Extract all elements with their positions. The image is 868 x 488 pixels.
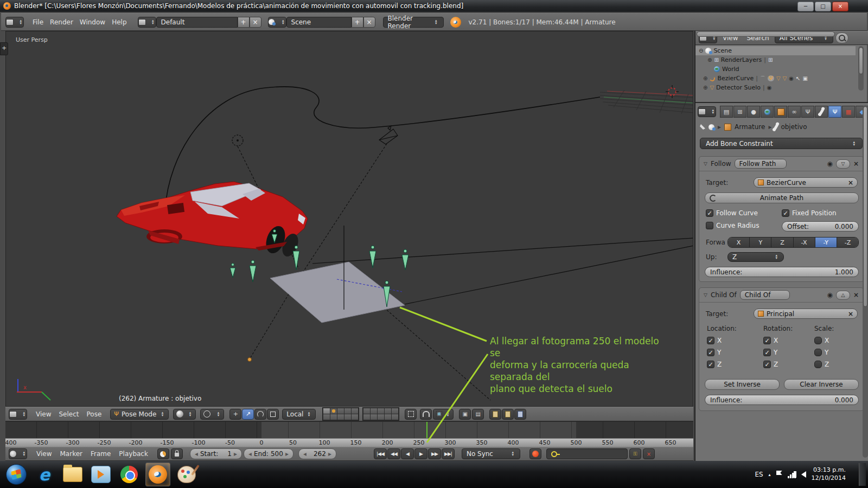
viewport-shading-select[interactable]: ▴▾ bbox=[173, 409, 196, 420]
insert-keyframe-button[interactable]: ⚿ bbox=[629, 448, 641, 459]
delete-scene-button[interactable]: × bbox=[363, 17, 375, 28]
close-button[interactable]: × bbox=[832, 2, 848, 11]
internet-explorer-icon[interactable]: e bbox=[33, 463, 56, 486]
clock[interactable]: 03:13 p.m. 12/10/2014 bbox=[812, 466, 846, 483]
preview-range-clock-button[interactable] bbox=[157, 448, 169, 459]
layer-toggle[interactable] bbox=[344, 408, 351, 414]
manipulator-scale-button[interactable] bbox=[267, 409, 279, 420]
childof-rot-x-checkbox[interactable]: ✓X bbox=[763, 337, 778, 344]
renderlayer-link-icon[interactable]: ⊞ bbox=[768, 57, 773, 63]
next-keyframe-button[interactable]: ▶▶ bbox=[428, 448, 441, 459]
outliner-row-detector-suelo[interactable]: ⊕ ▽ Detector Suelo | ◉ bbox=[695, 83, 856, 92]
empty-object[interactable] bbox=[232, 135, 243, 146]
screen-layout-icon-button[interactable]: ▴▾ bbox=[138, 17, 156, 28]
menu-help[interactable]: Help bbox=[108, 18, 130, 26]
layer-toggle[interactable] bbox=[385, 414, 391, 420]
outliner-row-renderlayers[interactable]: ⊕ ⊞ RenderLayers | ⊞ bbox=[695, 55, 856, 65]
tab-world[interactable] bbox=[761, 106, 774, 118]
restrict-icon-a[interactable]: ▽ bbox=[776, 75, 781, 81]
forward-axis-x[interactable]: X bbox=[728, 237, 750, 247]
follow-curve-checkbox[interactable]: ✓ Follow Curve bbox=[706, 209, 758, 217]
car-mesh[interactable] bbox=[117, 182, 308, 259]
3d-viewport[interactable]: x User Persp (262) Armature : objetivo A… bbox=[5, 31, 693, 407]
lock-range-button[interactable] bbox=[171, 448, 183, 459]
layer-toggle[interactable] bbox=[337, 408, 344, 414]
layer-toggle[interactable] bbox=[378, 414, 384, 420]
forward-axis-neg-y[interactable]: -Y bbox=[815, 237, 837, 247]
clear-inverse-button[interactable]: Clear Inverse bbox=[784, 379, 859, 390]
panel-expand-icon[interactable]: ▽ bbox=[704, 161, 707, 166]
outliner-row-world[interactable]: World bbox=[695, 65, 856, 74]
layer-toggle[interactable] bbox=[363, 414, 370, 420]
render-engine-select[interactable]: Blender Render ▴▾ bbox=[383, 17, 444, 28]
childof-loc-x-checkbox[interactable]: ✓X bbox=[707, 337, 722, 344]
jump-to-end-button[interactable]: ▶▶| bbox=[442, 448, 455, 459]
camera-object[interactable] bbox=[379, 126, 398, 144]
screen-layout-field[interactable]: Default bbox=[156, 17, 238, 28]
childof-scale-y-checkbox[interactable]: Y bbox=[814, 349, 829, 356]
play-button[interactable]: ▶ bbox=[414, 448, 427, 459]
forward-axis-y[interactable]: Y bbox=[750, 237, 771, 247]
curve-data-icon[interactable]: ⌒ bbox=[760, 75, 765, 82]
snap-element-select[interactable]: ▴▾ bbox=[433, 409, 454, 420]
menu-timeline-frame[interactable]: Frame bbox=[87, 450, 114, 458]
show-desktop-button[interactable] bbox=[859, 463, 866, 486]
menu-file[interactable]: File bbox=[29, 18, 47, 26]
pin-icon[interactable] bbox=[700, 124, 705, 130]
delete-layout-button[interactable]: × bbox=[250, 17, 261, 28]
texture-space-button[interactable] bbox=[405, 409, 417, 420]
sync-mode-select[interactable]: No Sync ▴▾ bbox=[462, 448, 520, 459]
render-opengl-button[interactable]: ▣ bbox=[459, 409, 471, 420]
set-inverse-button[interactable]: Set Inverse bbox=[705, 379, 780, 390]
animate-path-button[interactable]: Animate Path bbox=[705, 192, 859, 203]
follow-path-target-field[interactable]: BezierCurve × bbox=[754, 177, 858, 188]
tab-render[interactable]: ▤ bbox=[720, 106, 733, 118]
manipulator-rotate-button[interactable] bbox=[254, 409, 266, 420]
tab-render-layers[interactable]: ⊞ bbox=[733, 106, 746, 118]
menu-window[interactable]: Window bbox=[76, 18, 108, 26]
child-of-target-field[interactable]: Principal × bbox=[754, 309, 858, 319]
offset-slider[interactable]: Offset: 0.000 bbox=[782, 221, 859, 232]
menu-view3d-view[interactable]: View bbox=[33, 410, 54, 418]
layer-toggle[interactable] bbox=[371, 414, 377, 420]
selectable-cursor-icon[interactable]: ↖ bbox=[796, 75, 800, 81]
up-axis-select[interactable]: Z ▴▾ bbox=[727, 252, 784, 262]
tab-constraints[interactable]: ∞ bbox=[788, 106, 801, 118]
tab-bone-constraint[interactable]: Ψ bbox=[828, 106, 841, 118]
panel-expand-icon[interactable]: ▽ bbox=[704, 292, 707, 298]
layer-toggle[interactable] bbox=[323, 414, 330, 420]
layer-toggle[interactable] bbox=[371, 408, 377, 414]
menu-render[interactable]: Render bbox=[47, 18, 76, 26]
scene-icon-button[interactable]: ▴▾ bbox=[268, 17, 286, 28]
tab-object[interactable] bbox=[774, 106, 787, 118]
window-titlebar[interactable]: Blender* [C:\Users\Flores Monzón\Documen… bbox=[0, 0, 868, 12]
layer-toggle[interactable] bbox=[344, 414, 351, 420]
child-of-influence-slider[interactable]: Influence: 0.000 bbox=[705, 395, 859, 405]
childof-loc-z-checkbox[interactable]: ✓Z bbox=[707, 361, 722, 368]
keying-set-field[interactable] bbox=[546, 448, 628, 459]
layer-toggle[interactable] bbox=[352, 408, 358, 414]
layer-toggle[interactable] bbox=[330, 414, 337, 420]
childof-rot-y-checkbox[interactable]: ✓Y bbox=[763, 349, 778, 356]
windows-explorer-icon[interactable] bbox=[61, 463, 85, 486]
copy-pose-button[interactable] bbox=[489, 409, 501, 420]
menu-view3d-select[interactable]: Select bbox=[55, 410, 82, 418]
paste-pose-button[interactable] bbox=[502, 409, 514, 420]
language-indicator[interactable]: ES bbox=[755, 471, 763, 478]
layer-toggle[interactable] bbox=[352, 414, 358, 420]
pivot-point-select[interactable]: ▴▾ bbox=[200, 409, 224, 420]
forward-axis-z[interactable]: Z bbox=[771, 237, 793, 247]
play-reverse-button[interactable]: ◀ bbox=[401, 448, 414, 459]
curve-radius-checkbox[interactable]: Curve Radius bbox=[706, 222, 759, 229]
search-icon[interactable] bbox=[835, 33, 848, 43]
jump-to-start-button[interactable]: |◀◀ bbox=[374, 448, 387, 459]
media-player-icon[interactable] bbox=[89, 463, 113, 486]
constraint-eye-toggle[interactable]: ◉ bbox=[827, 291, 832, 299]
start-button[interactable] bbox=[4, 463, 28, 486]
constraint-move-up-button[interactable]: △ bbox=[836, 291, 850, 300]
layer-toggle[interactable] bbox=[337, 414, 344, 420]
breadcrumb-object[interactable]: Armature bbox=[735, 123, 765, 131]
outliner-vertical-scrollbar[interactable] bbox=[858, 46, 864, 91]
minimize-button[interactable]: ─ bbox=[797, 2, 814, 11]
constraint-name-field[interactable]: Follow Path bbox=[735, 159, 787, 169]
